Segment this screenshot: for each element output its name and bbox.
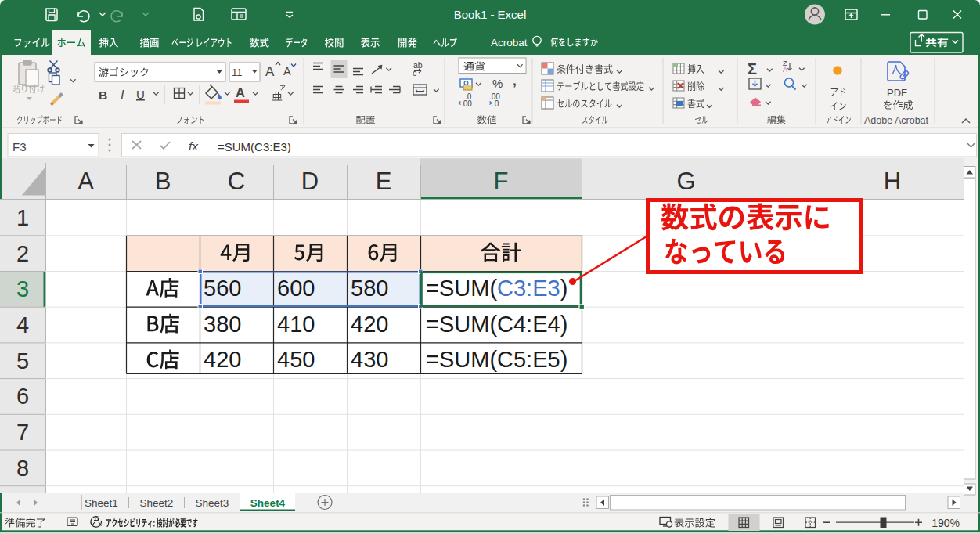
- svg-text:D: D: [301, 168, 319, 195]
- svg-text:=SUM(C4:E4): =SUM(C4:E4): [426, 312, 567, 337]
- svg-text:1: 1: [16, 205, 29, 230]
- svg-text:8: 8: [16, 456, 29, 481]
- svg-text:A: A: [77, 168, 94, 195]
- svg-text:11: 11: [232, 67, 243, 78]
- svg-text:=SUM(C5:E5): =SUM(C5:E5): [426, 347, 567, 372]
- svg-text:.00: .00: [461, 99, 472, 108]
- svg-text:190%: 190%: [931, 517, 960, 529]
- svg-text:560: 560: [204, 276, 241, 301]
- svg-text:%: %: [492, 77, 503, 90]
- svg-text:F3: F3: [13, 140, 27, 153]
- svg-text:6: 6: [16, 384, 29, 409]
- svg-text:380: 380: [204, 312, 241, 337]
- svg-text:420: 420: [351, 312, 388, 337]
- svg-text:7: 7: [16, 420, 29, 445]
- svg-text:B: B: [99, 88, 107, 102]
- svg-text:2: 2: [16, 241, 29, 266]
- svg-text:Sheet1: Sheet1: [85, 497, 118, 509]
- svg-text:c: c: [413, 68, 416, 78]
- svg-text:U: U: [136, 88, 145, 101]
- svg-text:G: G: [676, 168, 695, 195]
- svg-text:A: A: [236, 85, 245, 99]
- svg-text:4: 4: [16, 312, 29, 337]
- svg-text:I: I: [121, 88, 124, 102]
- svg-text:Z: Z: [783, 60, 787, 67]
- svg-text:5: 5: [16, 348, 29, 373]
- svg-text:450: 450: [277, 347, 315, 372]
- svg-text:3: 3: [16, 276, 29, 301]
- svg-text:fx: fx: [189, 139, 199, 153]
- svg-text:Sheet3: Sheet3: [196, 497, 229, 509]
- svg-text:Sheet4: Sheet4: [250, 497, 286, 509]
- svg-text:430: 430: [351, 347, 388, 372]
- svg-text:=SUM(C3:E3): =SUM(C3:E3): [426, 276, 567, 301]
- svg-text:.0: .0: [492, 99, 499, 108]
- svg-text:Adobe Acrobat: Adobe Acrobat: [864, 115, 929, 126]
- svg-text:,: ,: [513, 74, 517, 88]
- svg-text:H: H: [884, 168, 901, 195]
- svg-text:PDF: PDF: [887, 87, 907, 99]
- svg-text:Acrobat: Acrobat: [491, 37, 528, 49]
- svg-text:Book1 - Excel: Book1 - Excel: [454, 8, 527, 21]
- svg-text:Σ: Σ: [748, 60, 757, 78]
- svg-text:A: A: [283, 65, 291, 78]
- svg-text:E: E: [376, 168, 392, 195]
- svg-text:A: A: [265, 64, 275, 79]
- svg-text:410: 410: [277, 312, 315, 337]
- svg-text:C: C: [228, 168, 245, 195]
- svg-text:F: F: [494, 168, 509, 195]
- svg-text:600: 600: [277, 276, 315, 301]
- svg-text:B: B: [155, 168, 171, 195]
- svg-text:Sheet2: Sheet2: [140, 497, 174, 509]
- svg-text:=SUM(C3:E3): =SUM(C3:E3): [218, 140, 291, 153]
- svg-text:580: 580: [351, 276, 388, 301]
- svg-text:420: 420: [204, 347, 241, 372]
